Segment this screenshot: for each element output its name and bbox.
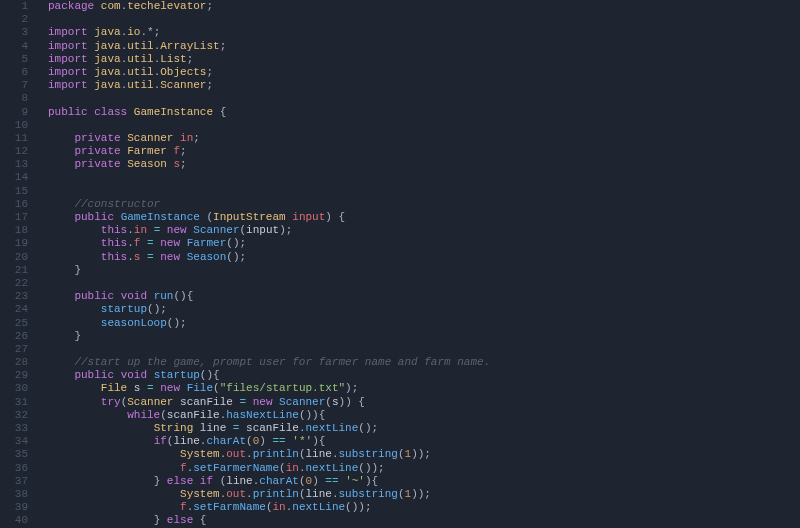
code-line[interactable]: } bbox=[48, 330, 800, 343]
line-number: 5 bbox=[0, 53, 28, 66]
line-number: 26 bbox=[0, 330, 28, 343]
line-number: 1 bbox=[0, 0, 28, 13]
code-line[interactable]: System.out.println(line.substring(1)); bbox=[48, 488, 800, 501]
line-number: 36 bbox=[0, 462, 28, 475]
code-line[interactable] bbox=[48, 13, 800, 26]
line-number: 21 bbox=[0, 264, 28, 277]
code-line[interactable]: public class GameInstance { bbox=[48, 106, 800, 119]
code-area[interactable]: package com.techelevator; import java.io… bbox=[40, 0, 800, 528]
line-number: 25 bbox=[0, 317, 28, 330]
line-number: 34 bbox=[0, 435, 28, 448]
line-number: 10 bbox=[0, 119, 28, 132]
code-line[interactable]: File s = new File("files/startup.txt"); bbox=[48, 382, 800, 395]
line-number: 37 bbox=[0, 475, 28, 488]
code-line[interactable]: } bbox=[48, 264, 800, 277]
line-number: 3 bbox=[0, 26, 28, 39]
code-line[interactable]: f.setFarmerName(in.nextLine()); bbox=[48, 462, 800, 475]
code-line[interactable]: public void run(){ bbox=[48, 290, 800, 303]
code-line[interactable]: //start up the game, prompt user for far… bbox=[48, 356, 800, 369]
line-number: 17 bbox=[0, 211, 28, 224]
line-number-gutter: 1234567891011121314151617181920212223242… bbox=[0, 0, 40, 528]
line-number: 19 bbox=[0, 237, 28, 250]
line-number: 30 bbox=[0, 382, 28, 395]
code-line[interactable]: //constructor bbox=[48, 198, 800, 211]
line-number: 13 bbox=[0, 158, 28, 171]
line-number: 15 bbox=[0, 185, 28, 198]
code-line[interactable] bbox=[48, 92, 800, 105]
code-line[interactable]: public void startup(){ bbox=[48, 369, 800, 382]
line-number: 33 bbox=[0, 422, 28, 435]
line-number: 29 bbox=[0, 369, 28, 382]
line-number: 40 bbox=[0, 514, 28, 527]
line-number: 18 bbox=[0, 224, 28, 237]
line-number: 27 bbox=[0, 343, 28, 356]
line-number: 11 bbox=[0, 132, 28, 145]
code-line[interactable] bbox=[48, 185, 800, 198]
code-line[interactable]: import java.io.*; bbox=[48, 26, 800, 39]
code-line[interactable]: try(Scanner scanFile = new Scanner(s)) { bbox=[48, 396, 800, 409]
code-editor[interactable]: 1234567891011121314151617181920212223242… bbox=[0, 0, 800, 528]
line-number: 20 bbox=[0, 251, 28, 264]
code-line[interactable]: private Farmer f; bbox=[48, 145, 800, 158]
line-number: 22 bbox=[0, 277, 28, 290]
code-line[interactable]: String line = scanFile.nextLine(); bbox=[48, 422, 800, 435]
line-number: 4 bbox=[0, 40, 28, 53]
line-number: 23 bbox=[0, 290, 28, 303]
line-number: 16 bbox=[0, 198, 28, 211]
code-line[interactable]: this.f = new Farmer(); bbox=[48, 237, 800, 250]
code-line[interactable]: this.in = new Scanner(input); bbox=[48, 224, 800, 237]
line-number: 14 bbox=[0, 171, 28, 184]
line-number: 28 bbox=[0, 356, 28, 369]
code-line[interactable] bbox=[48, 119, 800, 132]
code-line[interactable] bbox=[48, 171, 800, 184]
line-number: 39 bbox=[0, 501, 28, 514]
line-number: 12 bbox=[0, 145, 28, 158]
code-line[interactable]: import java.util.ArrayList; bbox=[48, 40, 800, 53]
line-number: 6 bbox=[0, 66, 28, 79]
code-line[interactable]: } else { bbox=[48, 514, 800, 527]
code-line[interactable]: import java.util.Objects; bbox=[48, 66, 800, 79]
code-line[interactable] bbox=[48, 277, 800, 290]
code-line[interactable]: private Season s; bbox=[48, 158, 800, 171]
code-line[interactable]: package com.techelevator; bbox=[48, 0, 800, 13]
line-number: 38 bbox=[0, 488, 28, 501]
code-line[interactable]: startup(); bbox=[48, 303, 800, 316]
line-number: 8 bbox=[0, 92, 28, 105]
line-number: 2 bbox=[0, 13, 28, 26]
code-line[interactable]: import java.util.Scanner; bbox=[48, 79, 800, 92]
line-number: 35 bbox=[0, 448, 28, 461]
code-line[interactable]: } else if (line.charAt(0) == '~'){ bbox=[48, 475, 800, 488]
code-line[interactable]: seasonLoop(); bbox=[48, 317, 800, 330]
code-line[interactable]: f.setFarmName(in.nextLine()); bbox=[48, 501, 800, 514]
line-number: 32 bbox=[0, 409, 28, 422]
code-line[interactable]: import java.util.List; bbox=[48, 53, 800, 66]
code-line[interactable]: private Scanner in; bbox=[48, 132, 800, 145]
line-number: 31 bbox=[0, 396, 28, 409]
code-line[interactable] bbox=[48, 343, 800, 356]
line-number: 9 bbox=[0, 106, 28, 119]
code-line[interactable]: while(scanFile.hasNextLine()){ bbox=[48, 409, 800, 422]
code-line[interactable]: this.s = new Season(); bbox=[48, 251, 800, 264]
code-line[interactable]: if(line.charAt(0) == '*'){ bbox=[48, 435, 800, 448]
code-line[interactable]: public GameInstance (InputStream input) … bbox=[48, 211, 800, 224]
code-line[interactable]: System.out.println(line.substring(1)); bbox=[48, 448, 800, 461]
line-number: 7 bbox=[0, 79, 28, 92]
line-number: 24 bbox=[0, 303, 28, 316]
